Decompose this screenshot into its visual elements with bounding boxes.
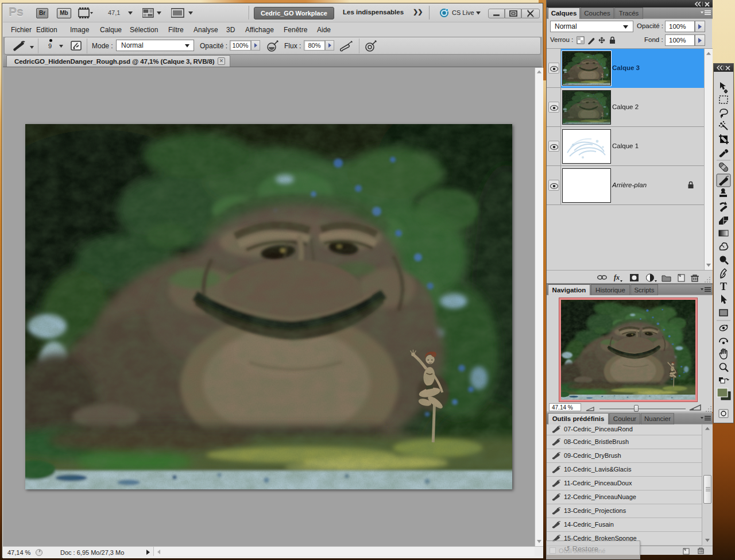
svg-text:fx: fx (614, 273, 620, 281)
svg-text:T: T (720, 281, 727, 292)
